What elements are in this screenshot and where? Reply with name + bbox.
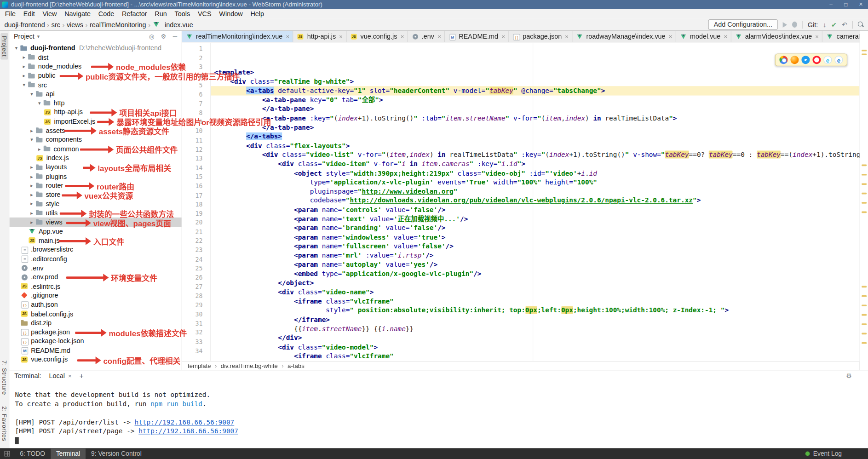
- code-area[interactable]: <template> <div class="realTime bg-white…: [211, 42, 859, 361]
- git-update-icon[interactable]: ↓: [823, 21, 826, 28]
- breadcrumb-item-src[interactable]: src: [52, 21, 60, 29]
- error-stripe[interactable]: [859, 31, 868, 370]
- tab-http-api-js[interactable]: http-api.js×: [293, 31, 347, 42]
- stripe-mark-icon[interactable]: [862, 174, 867, 176]
- editor[interactable]: 1234567891011121314151617181920212223242…: [182, 42, 859, 361]
- stripe-mark-icon[interactable]: [862, 202, 867, 204]
- chevron-right-icon[interactable]: ▸: [20, 64, 28, 69]
- chrome-browser-icon[interactable]: [779, 56, 788, 64]
- event-log-button[interactable]: Event Log: [813, 450, 842, 457]
- menu-edit[interactable]: Edit: [19, 10, 39, 18]
- tab-package-json[interactable]: package.json×: [509, 31, 572, 42]
- close-icon[interactable]: ×: [339, 33, 343, 40]
- tree-item-views[interactable]: ▸views: [9, 218, 181, 227]
- tree-item-components[interactable]: ▾components: [9, 135, 181, 144]
- tab-vue-config-js[interactable]: vue.config.js×: [346, 31, 408, 42]
- tree-item--browserslistrc[interactable]: .browserslistrc: [9, 245, 181, 254]
- stripe-mark-icon[interactable]: [862, 304, 867, 306]
- tree-item-node_modules[interactable]: ▸node_modules: [9, 62, 181, 71]
- hide-panel-icon[interactable]: ─: [173, 33, 177, 40]
- chevron-down-icon[interactable]: ▾: [28, 137, 35, 143]
- chevron-right-icon[interactable]: ▸: [28, 210, 35, 216]
- code-line[interactable]: <div class="video-list" v-for="(item,ind…: [211, 150, 859, 160]
- code-line[interactable]: type='application/x-vlc-plugin' events='…: [211, 178, 859, 187]
- chevron-right-icon[interactable]: ▸: [28, 183, 35, 188]
- code-line[interactable]: <div class="video-item" v-for="i in item…: [211, 160, 859, 169]
- menu-tools[interactable]: Tools: [171, 10, 194, 18]
- tool-stripe-structure[interactable]: 7: Structure: [0, 357, 8, 397]
- breadcrumb-item-index-vue[interactable]: index.vue: [153, 21, 193, 29]
- terminal-minimize-icon[interactable]: ─: [859, 372, 863, 380]
- menu-navigate[interactable]: Navigate: [61, 10, 95, 18]
- stripe-mark-icon[interactable]: [862, 314, 867, 316]
- menu-file[interactable]: File: [1, 10, 19, 18]
- search-everywhere-icon[interactable]: [858, 22, 864, 28]
- chevron-down-icon[interactable]: ▾: [20, 82, 28, 87]
- close-icon[interactable]: ×: [669, 33, 673, 40]
- git-history-icon[interactable]: ↶: [842, 21, 847, 28]
- tool-stripe-project[interactable]: Project: [0, 33, 8, 59]
- chevron-right-icon[interactable]: ▸: [36, 146, 43, 152]
- tree-item--editorconfig[interactable]: .editorconfig: [9, 254, 181, 264]
- safari-browser-icon[interactable]: [801, 56, 810, 64]
- close-icon[interactable]: ×: [815, 33, 819, 40]
- new-terminal-session-button[interactable]: +: [80, 372, 84, 380]
- breadcrumb-item-views[interactable]: views: [67, 21, 83, 29]
- menu-run[interactable]: Run: [151, 10, 171, 18]
- tree-item-public[interactable]: ▸public: [9, 71, 181, 80]
- status-terminal[interactable]: Terminal: [51, 448, 86, 459]
- chevron-down-icon[interactable]: ▾: [36, 100, 43, 106]
- code-line[interactable]: style=" position:absolute;visibility:inh…: [211, 306, 859, 315]
- close-icon[interactable]: ×: [565, 33, 569, 40]
- close-button[interactable]: ×: [853, 0, 868, 9]
- menu-window[interactable]: Window: [215, 10, 247, 18]
- code-line[interactable]: <iframe class="vlcIframe": [211, 297, 859, 306]
- code-line[interactable]: {{item.streetName}} {{i.name}}: [211, 324, 859, 333]
- tab-alarmVideos-index-vue[interactable]: alarmVideos\index.vue×: [731, 31, 823, 42]
- terminal-output[interactable]: Note that the development build is not o…: [9, 381, 868, 448]
- code-line[interactable]: <div class="flex-layouts">: [211, 141, 859, 150]
- chevron-right-icon[interactable]: ▸: [28, 219, 35, 225]
- locate-file-icon[interactable]: ◎: [149, 33, 155, 40]
- code-line[interactable]: </iframe>: [211, 315, 859, 324]
- close-icon[interactable]: ×: [501, 33, 505, 40]
- project-panel-title[interactable]: Project: [14, 33, 34, 40]
- status-6-todo[interactable]: 6: TODO: [14, 448, 51, 459]
- code-line[interactable]: pluginspage="http://www.videolan.org": [211, 187, 859, 196]
- tree-item-main-js[interactable]: main.js: [9, 236, 181, 245]
- menu-refactor[interactable]: Refactor: [118, 10, 151, 18]
- terminal-link[interactable]: http://192.168.66.56:9007: [135, 418, 235, 426]
- tree-item-plugins[interactable]: ▸plugins: [9, 172, 181, 181]
- editor-breadcrumb-a-tabs[interactable]: a-tabs: [287, 362, 305, 369]
- tree-item-style[interactable]: ▸style: [9, 199, 181, 208]
- code-line[interactable]: <param name='text' value='正在加载视频中...'/>: [211, 214, 859, 224]
- chevron-right-icon[interactable]: ▸: [28, 128, 35, 133]
- stripe-mark-icon[interactable]: [862, 183, 867, 185]
- tab-realTimeMonitoring-index-vue[interactable]: realTimeMonitoring\index.vue×: [182, 31, 293, 42]
- menu-vcs[interactable]: VCS: [194, 10, 215, 18]
- tab-roadwayManage-index-vue[interactable]: roadwayManage\index.vue×: [572, 31, 676, 42]
- terminal-tab-local[interactable]: Local ×: [47, 372, 74, 380]
- editor-breadcrumb-template[interactable]: template: [188, 362, 211, 369]
- editor-breadcrumb-div-realTime-bg-white[interactable]: div.realTime.bg-white: [221, 362, 278, 369]
- chevron-right-icon[interactable]: ▸: [20, 73, 28, 78]
- tree-item-babel-config-js[interactable]: babel.config.js: [9, 309, 181, 318]
- tab-README-md[interactable]: README.md×: [445, 31, 509, 42]
- chevron-down-icon[interactable]: ▾: [28, 91, 35, 97]
- stripe-mark-icon[interactable]: [862, 53, 867, 55]
- tree-item-router[interactable]: ▸router: [9, 181, 181, 190]
- terminal-link[interactable]: http://192.168.66.56:9007: [138, 427, 238, 435]
- tree-item-common[interactable]: ▸common: [9, 144, 181, 154]
- firefox-browser-icon[interactable]: [790, 56, 799, 64]
- chevron-right-icon[interactable]: ▸: [28, 165, 35, 170]
- tab-model-vue[interactable]: model.vue×: [676, 31, 731, 42]
- tree-item-assets[interactable]: ▸assets: [9, 126, 181, 135]
- ie-browser-icon[interactable]: [823, 56, 832, 64]
- close-icon[interactable]: ×: [68, 373, 72, 379]
- tree-item-http[interactable]: ▾http: [9, 98, 181, 108]
- code-line[interactable]: </object>: [211, 279, 859, 288]
- chevron-down-icon[interactable]: ▾: [13, 46, 20, 51]
- minimize-button[interactable]: –: [823, 0, 838, 9]
- edge-browser-icon[interactable]: [834, 56, 843, 64]
- code-line[interactable]: <param name='autoplay' value='yes'/>: [211, 260, 859, 270]
